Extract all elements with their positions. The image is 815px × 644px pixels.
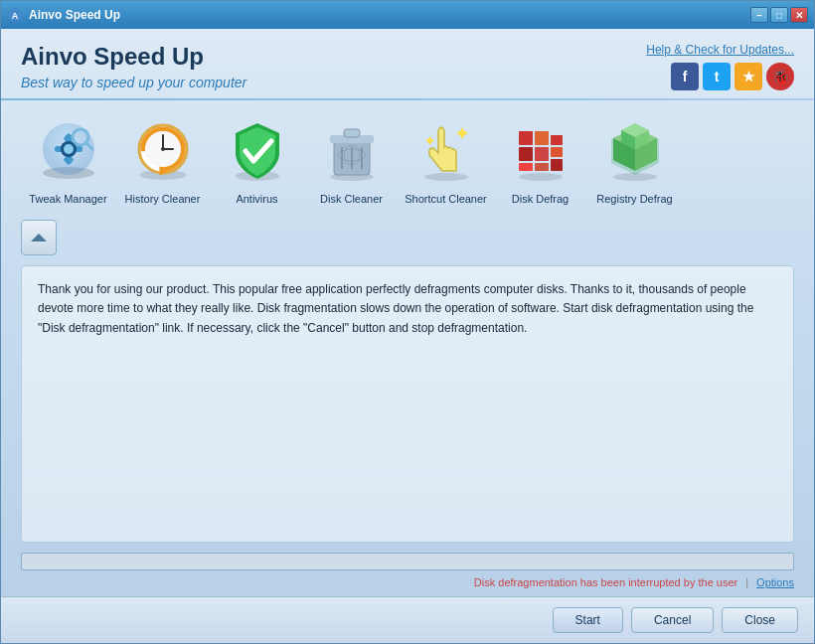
registry-defrag-icon-wrapper [600,116,670,186]
registry-defrag-icon [603,119,667,183]
cancel-button[interactable]: Cancel [631,607,714,633]
scroll-up-button[interactable] [21,220,57,255]
bug-icon[interactable]: 🐞 [766,63,794,90]
disk-defrag-label: Disk Defrag [512,192,569,206]
tweak-manager-label: Tweak Manager [29,192,106,206]
antivirus-label: Antivirus [236,192,277,206]
app-title: Ainvo Speed Up [21,43,246,71]
tool-registry-defrag[interactable]: Registry Defrag [587,110,682,212]
description-box: Thank you for using our product. This po… [21,265,794,543]
social-icons: f t ★ 🐞 [671,63,794,90]
svg-rect-43 [519,163,533,171]
app-branding: Ainvo Speed Up Best way to speed up your… [21,43,246,90]
history-cleaner-icon-wrapper [128,116,198,186]
rate-icon[interactable]: ★ [734,63,762,90]
tool-shortcut-cleaner[interactable]: Shortcut Cleaner [399,110,493,212]
antivirus-icon-wrapper [223,116,292,186]
svg-rect-44 [551,135,563,145]
tool-disk-cleaner[interactable]: Disk Cleaner [304,110,399,212]
close-window-button[interactable]: ✕ [790,7,808,23]
history-cleaner-icon [131,119,195,183]
description-text: Thank you for using our product. This po… [38,280,777,338]
tweak-manager-icon [37,119,100,183]
disk-defrag-icon-wrapper [506,116,575,186]
svg-marker-56 [31,234,47,242]
start-button[interactable]: Start [553,607,623,633]
disk-cleaner-icon [320,119,384,183]
shortcut-cleaner-label: Shortcut Cleaner [405,192,487,206]
header-right: Help & Check for Updates... f t ★ 🐞 [646,43,794,90]
tools-grid: Tweak Manager [21,110,794,212]
twitter-icon[interactable]: t [703,63,731,90]
tools-section: Tweak Manager [1,100,814,212]
progress-section: Disk defragmentation has been interrupte… [1,553,814,596]
tool-disk-defrag[interactable]: Disk Defrag [493,110,587,212]
svg-rect-45 [551,147,563,157]
svg-point-38 [519,173,563,181]
chevron-up-icon [30,232,48,243]
progress-bar-container [21,553,794,570]
status-line: Disk defragmentation has been interrupte… [21,576,794,588]
history-cleaner-label: History Cleaner [125,192,201,206]
status-divider: | [745,576,748,588]
svg-text:A: A [12,11,19,21]
tweak-manager-icon-wrapper [34,116,103,186]
title-bar: A Ainvo Speed Up – □ ✕ [1,1,814,29]
disk-cleaner-label: Disk Cleaner [320,192,383,206]
main-window: A Ainvo Speed Up – □ ✕ Ainvo Speed Up Be… [0,0,815,644]
tool-history-cleaner[interactable]: History Cleaner [115,110,210,212]
svg-rect-41 [519,147,533,161]
shortcut-cleaner-icon [414,119,478,183]
disk-cleaner-icon-wrapper [317,116,387,186]
footer: Start Cancel Close [1,596,814,643]
svg-rect-42 [535,147,549,161]
window-icon: A [7,7,23,23]
facebook-icon[interactable]: f [671,63,699,90]
title-bar-buttons: – □ ✕ [750,7,808,23]
svg-point-25 [161,147,165,151]
main-content: Ainvo Speed Up Best way to speed up your… [1,29,814,596]
shortcut-cleaner-icon-wrapper [411,116,481,186]
svg-rect-46 [551,159,563,171]
title-bar-left: A Ainvo Speed Up [7,7,120,23]
registry-defrag-label: Registry Defrag [596,192,672,206]
options-link[interactable]: Options [756,576,794,588]
svg-rect-40 [535,131,549,145]
disk-defrag-icon [509,119,572,183]
status-text: Disk defragmentation has been interrupte… [474,576,737,588]
antivirus-icon [226,119,289,183]
tool-tweak-manager[interactable]: Tweak Manager [21,110,115,212]
tool-antivirus[interactable]: Antivirus [210,110,304,212]
svg-rect-39 [519,131,533,145]
maximize-button[interactable]: □ [770,7,788,23]
header-area: Ainvo Speed Up Best way to speed up your… [1,29,814,98]
svg-rect-31 [344,129,360,137]
svg-rect-47 [535,163,549,171]
app-subtitle: Best way to speed up your computer [21,75,246,90]
window-title: Ainvo Speed Up [29,8,120,22]
svg-point-15 [64,144,74,154]
help-link[interactable]: Help & Check for Updates... [646,43,794,57]
svg-point-37 [424,173,468,181]
minimize-button[interactable]: – [750,7,768,23]
close-button[interactable]: Close [722,607,798,633]
